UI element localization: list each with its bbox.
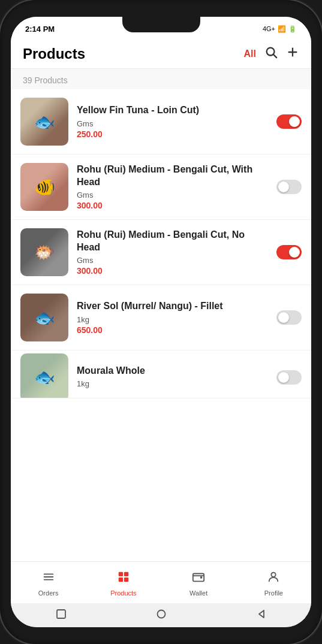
product-price: 300.00 [77, 266, 268, 276]
product-name: Rohu (Rui) Medium - Bengali Cut, With He… [77, 164, 268, 189]
product-toggle[interactable] [276, 114, 302, 129]
product-toggle[interactable] [276, 245, 302, 259]
toggle-knob [289, 116, 300, 127]
phone-screen: 2:14 PM 4G+ 📶 🔋 Products All [11, 17, 311, 627]
product-info: Rohu (Rui) Medium - Bengali Cut, No Head… [77, 229, 268, 276]
product-toggle-container [276, 370, 302, 385]
product-image: 🐟 [20, 294, 68, 341]
product-name: Mourala Whole [77, 365, 268, 377]
svg-rect-7 [119, 572, 123, 576]
list-item[interactable]: 🐟 Yellow Fin Tuna - Loin Cut) Gms 250.00 [11, 89, 311, 155]
page-title: Products [23, 46, 85, 62]
signal-bars: 📶 [278, 25, 286, 33]
product-unit: 1kg [77, 315, 268, 324]
product-unit: Gms [77, 119, 268, 128]
product-toggle-container [276, 310, 302, 325]
battery-icon: 🔋 [288, 25, 297, 33]
svg-line-1 [273, 55, 276, 58]
product-info: River Sol (Murrel/ Nangu) - Fillet 1kg 6… [77, 300, 268, 335]
nav-item-profile[interactable]: Profile [236, 570, 311, 597]
product-unit: Gms [77, 256, 268, 265]
svg-rect-9 [119, 577, 123, 581]
svg-point-14 [157, 610, 165, 618]
product-toggle[interactable] [276, 310, 302, 325]
list-item[interactable]: 🐠 Rohu (Rui) Medium - Bengali Cut, With … [11, 155, 311, 220]
orders-icon [42, 570, 55, 587]
product-unit: Gms [77, 191, 268, 199]
product-toggle[interactable] [276, 180, 302, 194]
product-price: 250.00 [77, 129, 268, 139]
product-image: 🐟 [20, 98, 68, 146]
toggle-knob [278, 372, 289, 383]
toggle-knob [289, 247, 300, 258]
system-bar [11, 603, 311, 627]
nav-label-products: Products [110, 589, 136, 597]
list-item[interactable]: 🐡 Rohu (Rui) Medium - Bengali Cut, No He… [11, 220, 311, 285]
nav-item-orders[interactable]: Orders [11, 570, 86, 597]
svg-rect-10 [124, 577, 128, 581]
list-item[interactable]: 🐟 Mourala Whole 1kg [11, 350, 311, 398]
product-image: 🐡 [20, 228, 68, 276]
signal-icon: 4G+ [263, 25, 275, 32]
product-count-bar: 39 Products [11, 69, 311, 89]
product-image: 🐟 [20, 353, 68, 399]
product-name: Rohu (Rui) Medium - Bengali Cut, No Head [77, 229, 268, 254]
notch [122, 17, 200, 32]
products-icon [117, 570, 130, 587]
product-info: Mourala Whole 1kg [77, 365, 268, 390]
toggle-knob [278, 182, 289, 192]
header-actions: All [244, 46, 299, 62]
status-time: 2:14 PM [25, 25, 55, 34]
product-count-text: 39 Products [23, 75, 68, 85]
svg-rect-13 [57, 610, 65, 618]
product-toggle[interactable] [276, 370, 302, 385]
product-info: Rohu (Rui) Medium - Bengali Cut, With He… [77, 164, 268, 211]
nav-label-orders: Orders [38, 589, 59, 597]
product-price: 650.00 [77, 325, 268, 335]
header: Products All [11, 38, 311, 69]
status-icons: 4G+ 📶 🔋 [263, 25, 297, 33]
svg-marker-15 [259, 610, 264, 618]
product-name: River Sol (Murrel/ Nangu) - Fillet [77, 300, 268, 313]
product-list: 🐟 Yellow Fin Tuna - Loin Cut) Gms 250.00… [11, 89, 311, 561]
product-toggle-container [276, 180, 302, 194]
list-item[interactable]: 🐟 River Sol (Murrel/ Nangu) - Fillet 1kg… [11, 285, 311, 350]
wallet-icon [192, 570, 205, 587]
product-info: Yellow Fin Tuna - Loin Cut) Gms 250.00 [77, 104, 268, 139]
profile-icon [267, 570, 280, 587]
nav-item-products[interactable]: Products [86, 570, 161, 597]
product-price: 300.00 [77, 201, 268, 210]
phone-frame: 2:14 PM 4G+ 📶 🔋 Products All [0, 0, 322, 644]
product-toggle-container [276, 245, 302, 259]
nav-item-wallet[interactable]: Wallet [161, 570, 236, 597]
search-icon[interactable] [264, 46, 278, 62]
add-product-icon[interactable] [286, 46, 299, 62]
product-image: 🐠 [20, 163, 68, 211]
home-button[interactable] [155, 608, 167, 620]
product-toggle-container [276, 114, 302, 129]
square-button[interactable] [55, 608, 67, 620]
bottom-nav: Orders Products [11, 561, 311, 603]
nav-label-wallet: Wallet [189, 589, 207, 597]
toggle-knob [278, 312, 289, 323]
nav-label-profile: Profile [264, 589, 283, 597]
svg-rect-8 [124, 572, 128, 576]
svg-point-12 [272, 572, 276, 576]
back-button[interactable] [255, 608, 267, 620]
product-unit: 1kg [77, 379, 268, 388]
product-name: Yellow Fin Tuna - Loin Cut) [77, 104, 268, 117]
filter-all-button[interactable]: All [244, 49, 256, 59]
